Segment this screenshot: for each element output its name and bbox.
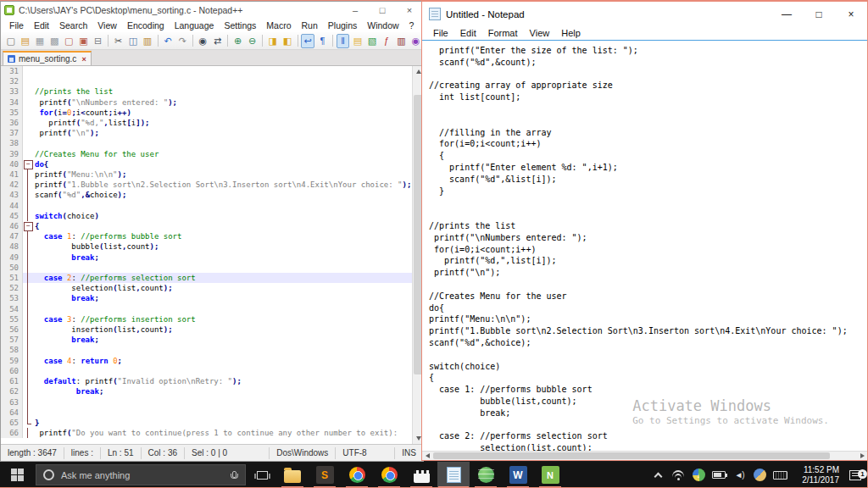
code-line-65[interactable]: 65} — [1, 418, 412, 428]
menu-macro[interactable]: Macro — [261, 20, 296, 30]
word-wrap-icon[interactable]: ↩ — [301, 34, 314, 48]
menu-run[interactable]: Run — [297, 20, 323, 30]
code-line-34[interactable]: 34 printf("\nNumbers entered: "); — [1, 97, 412, 108]
find-icon[interactable]: ◉ — [197, 34, 209, 48]
taskbar-word[interactable]: W — [502, 462, 534, 488]
code-line-62[interactable]: 62 break; — [1, 386, 412, 396]
close-file-icon[interactable]: ▢ — [63, 34, 75, 48]
notepadpp-titlebar[interactable]: C:\Users\JAY's PC\Desktop\menu_sorting.c… — [1, 2, 423, 18]
menu-?[interactable]: ? — [404, 20, 420, 30]
code-line-31[interactable]: 31​ — [1, 66, 412, 76]
code-line-42[interactable]: 42printf("1.Bubble sort\n2.Selection Sor… — [1, 180, 412, 190]
tab-menu-sorting-c[interactable]: menu_sorting.c × — [3, 51, 92, 65]
function-list-icon[interactable]: ƒ — [381, 34, 393, 48]
menu-plugins[interactable]: Plugins — [323, 20, 362, 30]
status-eol-format[interactable]: Dos\Windows — [270, 447, 336, 459]
microphone-icon[interactable] — [231, 471, 236, 480]
code-line-40[interactable]: 40do{ — [1, 159, 412, 169]
code-line-38[interactable]: 38​ — [1, 138, 412, 148]
code-line-41[interactable]: 41printf("Menu:\n\n"); — [1, 169, 412, 180]
taskbar-movie-maker[interactable] — [405, 462, 437, 488]
code-line-48[interactable]: 48 bubble(list,count); — [1, 241, 412, 252]
menu-view[interactable]: View — [524, 28, 556, 38]
battery-button[interactable] — [709, 471, 729, 479]
notepad-titlebar[interactable]: Untitled - Notepad — □ × — [422, 2, 867, 26]
code-line-43[interactable]: 43scanf("%d",&choice); — [1, 190, 412, 200]
code-line-46[interactable]: 46{ — [1, 221, 412, 231]
paste-icon[interactable]: ▥ — [141, 34, 153, 48]
code-line-39[interactable]: 39//Creates Menu for the user — [1, 149, 412, 159]
notepad-text-area[interactable]: printf("Enter the size of the list: "); … — [422, 40, 867, 451]
code-line-58[interactable]: 58​ — [1, 345, 412, 355]
horizontal-scrollbar[interactable] — [422, 451, 867, 460]
volume-button[interactable]: ◄) — [729, 470, 749, 480]
code-line-51[interactable]: 51 case 2: //performs selection sort — [1, 273, 412, 283]
code-line-45[interactable]: 45switch(choice) — [1, 211, 412, 221]
show-all-characters-icon[interactable]: ¶ — [316, 34, 329, 48]
code-line-57[interactable]: 57 break; — [1, 335, 412, 345]
taskbar-file-explorer[interactable] — [276, 462, 309, 488]
code-line-49[interactable]: 49 break; — [1, 252, 412, 263]
sync-vertical-icon[interactable]: ◨ — [266, 34, 279, 48]
close-button[interactable]: × — [396, 2, 423, 18]
wifi-button[interactable] — [668, 470, 688, 480]
zoom-in-icon[interactable]: ⊕ — [231, 34, 244, 48]
code-line-64[interactable]: 64​ — [1, 408, 412, 418]
code-line-66[interactable]: 66 printf("Do you want to continue(press… — [1, 428, 412, 438]
cortana-search-box[interactable]: Ask me anything — [36, 464, 246, 485]
save-all-icon[interactable]: ▩ — [48, 34, 61, 48]
tray-app-button[interactable] — [749, 469, 770, 481]
scroll-left-button[interactable] — [422, 452, 432, 460]
replace-icon[interactable]: ⇄ — [211, 34, 224, 48]
task-view-button[interactable] — [248, 462, 276, 488]
status-insert-mode[interactable]: INS — [395, 447, 423, 459]
touch-keyboard-button[interactable] — [770, 471, 790, 480]
code-line-63[interactable]: 63​ — [1, 397, 412, 408]
code-line-60[interactable]: 60​ — [1, 366, 412, 376]
minimize-button[interactable]: — — [771, 2, 803, 26]
taskbar-notepad-plus-plus[interactable]: N — [534, 462, 566, 488]
menu-edit[interactable]: Edit — [454, 28, 482, 38]
taskbar-internet-browser[interactable] — [470, 462, 502, 488]
scroll-right-button[interactable] — [857, 452, 867, 460]
notepadpp-editor[interactable]: 31​32​33//prints the list34 printf("\nNu… — [1, 65, 423, 444]
menu-search[interactable]: Search — [54, 20, 92, 30]
code-line-32[interactable]: 32​ — [1, 76, 412, 86]
code-area[interactable]: 31​32​33//prints the list34 printf("\nNu… — [1, 66, 412, 444]
undo-icon[interactable]: ↶ — [162, 34, 175, 48]
action-center-button[interactable]: 1 — [843, 470, 868, 480]
menu-view[interactable]: View — [92, 20, 122, 30]
maximize-button[interactable]: □ — [803, 2, 835, 26]
menu-language[interactable]: Language — [170, 20, 220, 30]
open-file-icon[interactable]: ▤ — [19, 34, 31, 48]
menu-settings[interactable]: Settings — [219, 20, 261, 30]
document-map-icon[interactable]: ▧ — [365, 34, 378, 48]
doc-switcher-icon[interactable]: ▤ — [351, 34, 364, 48]
code-line-56[interactable]: 56 insertion(list,count); — [1, 324, 412, 335]
code-line-47[interactable]: 47 case 1: //performs bubble sort — [1, 231, 412, 241]
menu-edit[interactable]: Edit — [29, 20, 54, 30]
code-line-35[interactable]: 35 for(i=0;i<count;i++) — [1, 108, 412, 118]
zoom-out-icon[interactable]: ⊖ — [246, 34, 259, 48]
menu-file[interactable]: File — [4, 20, 29, 30]
menu-help[interactable]: Help — [555, 28, 587, 38]
close-button[interactable]: × — [835, 2, 867, 26]
copy-icon[interactable]: ◫ — [126, 34, 139, 48]
maximize-button[interactable]: □ — [369, 2, 396, 18]
menu-window[interactable]: Window — [362, 20, 403, 30]
code-line-36[interactable]: 36 printf("%d,",list[i]); — [1, 118, 412, 128]
fold-marker-open[interactable] — [23, 159, 33, 169]
code-line-50[interactable]: 50​ — [1, 263, 412, 273]
print-icon[interactable]: ⊟ — [92, 34, 104, 48]
taskbar-clock[interactable]: 11:52 PM 2/11/2017 — [790, 465, 843, 485]
cut-icon[interactable]: ✂ — [112, 34, 125, 48]
show-hidden-icons-button[interactable] — [648, 470, 668, 480]
monitoring-eye-icon[interactable]: ◉ — [409, 34, 422, 48]
minimize-button[interactable]: – — [342, 2, 369, 18]
save-icon[interactable]: ▦ — [33, 34, 46, 48]
tab-close-icon[interactable]: × — [81, 55, 86, 64]
indent-guide-icon[interactable]: ‖ — [337, 34, 349, 48]
taskbar-chrome-2[interactable] — [373, 462, 405, 488]
code-line-33[interactable]: 33//prints the list — [1, 86, 412, 97]
code-line-37[interactable]: 37 printf("\n"); — [1, 128, 412, 138]
